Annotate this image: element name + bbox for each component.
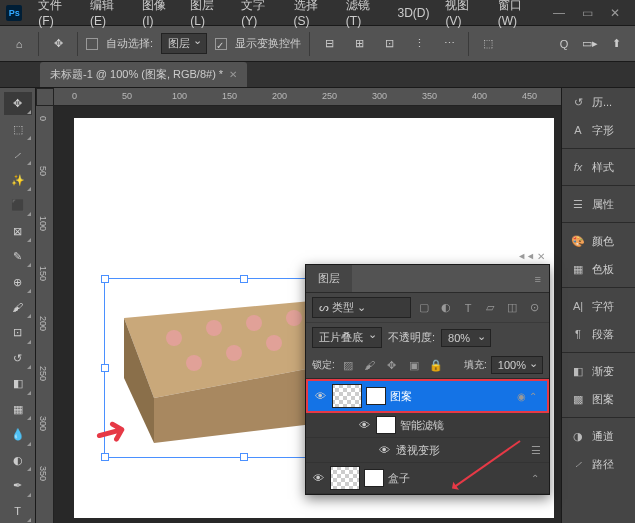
layers-tab[interactable]: 图层 xyxy=(306,265,352,292)
filter-type-icon[interactable]: T xyxy=(459,299,477,317)
history-brush-tool[interactable]: ↺ xyxy=(4,347,32,370)
filter-toggle[interactable]: ⊙ xyxy=(525,299,543,317)
panel-paragraph[interactable]: ¶段落 xyxy=(562,320,635,348)
expand-icon[interactable]: ⌃ xyxy=(531,473,545,484)
filter-settings-icon[interactable]: ☰ xyxy=(527,441,545,459)
minimize-button[interactable]: — xyxy=(545,3,573,23)
layer-thumbnail[interactable] xyxy=(330,466,360,490)
align-icon-3[interactable]: ⊡ xyxy=(378,33,400,55)
marquee-tool[interactable]: ⬚ xyxy=(4,117,32,140)
layer-pattern[interactable]: 👁 图案 ◉ ⌃ xyxy=(306,379,549,413)
menu-file[interactable]: 文件(F) xyxy=(30,0,82,28)
layers-panel[interactable]: ◄◄ ✕ 图层 ≡ ᔕ 类型 ⌄ ▢ ◐ T ▱ ◫ ⊙ 正片叠底 不透明度: … xyxy=(305,264,550,495)
tab-close-icon[interactable]: ✕ xyxy=(229,69,237,80)
lock-position-icon[interactable]: ✥ xyxy=(383,356,401,374)
transform-handle-n[interactable] xyxy=(240,275,248,283)
menu-3d[interactable]: 3D(D) xyxy=(389,6,437,20)
transform-handle-nw[interactable] xyxy=(101,275,109,283)
menu-view[interactable]: 视图(V) xyxy=(437,0,489,28)
frame-tool[interactable]: ⊠ xyxy=(4,219,32,242)
panel-history[interactable]: ↺历... xyxy=(562,88,635,116)
pen-tool[interactable]: ✒ xyxy=(4,474,32,497)
layer-thumbnail[interactable] xyxy=(332,384,362,408)
auto-select-dropdown[interactable]: 图层 xyxy=(161,33,207,54)
visibility-toggle[interactable]: 👁 xyxy=(310,470,326,486)
maximize-button[interactable]: ▭ xyxy=(573,3,601,23)
close-button[interactable]: ✕ xyxy=(601,3,629,23)
show-transform-checkbox[interactable]: 显示变换控件 xyxy=(215,36,301,51)
menu-window[interactable]: 窗口(W) xyxy=(490,0,545,28)
menu-select[interactable]: 选择(S) xyxy=(286,0,338,28)
panel-patterns[interactable]: ▩图案 xyxy=(562,385,635,413)
layer-box[interactable]: 👁 盒子 ⌃ xyxy=(306,463,549,494)
gradient-tool[interactable]: ▦ xyxy=(4,398,32,421)
opacity-input[interactable]: 80% xyxy=(441,329,491,347)
lock-transparent-icon[interactable]: ▨ xyxy=(339,356,357,374)
visibility-toggle[interactable]: 👁 xyxy=(312,388,328,404)
blend-mode-dropdown[interactable]: 正片叠底 xyxy=(312,327,382,348)
menu-filter[interactable]: 滤镜(T) xyxy=(338,0,390,28)
lock-all-icon[interactable]: 🔒 xyxy=(427,356,445,374)
ruler-vertical[interactable]: 0 50 100 150 200 250 300 350 xyxy=(36,106,54,523)
share-icon[interactable]: ⬆ xyxy=(605,33,627,55)
panel-menu-icon[interactable]: ≡ xyxy=(527,269,549,289)
blur-tool[interactable]: 💧 xyxy=(4,423,32,446)
magic-wand-tool[interactable]: ✨ xyxy=(4,168,32,191)
distribute-icon[interactable]: ⋮ xyxy=(408,33,430,55)
visibility-toggle[interactable]: 👁 xyxy=(376,442,392,458)
more-icon[interactable]: ⋯ xyxy=(438,33,460,55)
smart-object-badge[interactable]: ◉ ⌃ xyxy=(517,391,543,402)
menu-type[interactable]: 文字(Y) xyxy=(233,0,285,28)
brush-tool[interactable]: 🖌 xyxy=(4,296,32,319)
menu-image[interactable]: 图像(I) xyxy=(134,0,182,28)
filter-adjust-icon[interactable]: ◐ xyxy=(437,299,455,317)
home-icon[interactable]: ⌂ xyxy=(8,33,30,55)
transform-handle-s[interactable] xyxy=(240,453,248,461)
panel-character[interactable]: A|字符 xyxy=(562,292,635,320)
document-tab[interactable]: 未标题-1 @ 100% (图案, RGB/8#) * ✕ xyxy=(40,62,247,87)
panel-close-icon[interactable]: ✕ xyxy=(537,251,545,262)
lock-artboard-icon[interactable]: ▣ xyxy=(405,356,423,374)
stamp-tool[interactable]: ⊡ xyxy=(4,321,32,344)
align-icon-2[interactable]: ⊞ xyxy=(348,33,370,55)
lasso-tool[interactable]: ⟋ xyxy=(4,143,32,166)
move-tool-icon[interactable]: ✥ xyxy=(47,33,69,55)
filter-shape-icon[interactable]: ▱ xyxy=(481,299,499,317)
panel-styles[interactable]: fx样式 xyxy=(562,153,635,181)
layer-name[interactable]: 图案 xyxy=(390,389,513,404)
panel-color[interactable]: 🎨颜色 xyxy=(562,227,635,255)
layer-mask-thumbnail[interactable] xyxy=(366,387,386,405)
healing-tool[interactable]: ⊕ xyxy=(4,270,32,293)
ruler-corner[interactable] xyxy=(36,88,54,106)
panel-gradients[interactable]: ◧渐变 xyxy=(562,357,635,385)
layer-smart-filters[interactable]: 👁 智能滤镜 xyxy=(306,413,549,438)
panel-properties[interactable]: ☰属性 xyxy=(562,190,635,218)
panel-paths[interactable]: ⟋路径 xyxy=(562,450,635,478)
transform-handle-w[interactable] xyxy=(101,364,109,372)
type-tool[interactable]: T xyxy=(4,500,32,523)
3d-mode-icon[interactable]: ⬚ xyxy=(477,33,499,55)
move-tool[interactable]: ✥ xyxy=(4,92,32,115)
search-icon[interactable]: Q xyxy=(553,33,575,55)
menu-layer[interactable]: 图层(L) xyxy=(182,0,233,28)
lock-pixels-icon[interactable]: 🖌 xyxy=(361,356,379,374)
dodge-tool[interactable]: ◐ xyxy=(4,449,32,472)
fill-input[interactable]: 100% xyxy=(491,356,543,374)
eyedropper-tool[interactable]: ✎ xyxy=(4,245,32,268)
layer-mask-thumbnail[interactable] xyxy=(364,469,384,487)
filter-pixel-icon[interactable]: ▢ xyxy=(415,299,433,317)
align-icon[interactable]: ⊟ xyxy=(318,33,340,55)
workspace-icon[interactable]: ▭▸ xyxy=(579,33,601,55)
filter-mask-thumbnail[interactable] xyxy=(376,416,396,434)
filter-type-dropdown[interactable]: ᔕ 类型 ⌄ xyxy=(312,297,411,318)
panel-swatches[interactable]: ▦色板 xyxy=(562,255,635,283)
menu-edit[interactable]: 编辑(E) xyxy=(82,0,134,28)
layer-perspective-warp[interactable]: 👁 透视变形 ☰ xyxy=(306,438,549,463)
eraser-tool[interactable]: ◧ xyxy=(4,372,32,395)
panel-channels[interactable]: ◑通道 xyxy=(562,422,635,450)
panel-collapse-icon[interactable]: ◄◄ xyxy=(517,251,535,262)
crop-tool[interactable]: ⬛ xyxy=(4,194,32,217)
auto-select-checkbox[interactable]: 自动选择: xyxy=(86,36,153,51)
filter-smart-icon[interactable]: ◫ xyxy=(503,299,521,317)
visibility-toggle[interactable]: 👁 xyxy=(356,417,372,433)
